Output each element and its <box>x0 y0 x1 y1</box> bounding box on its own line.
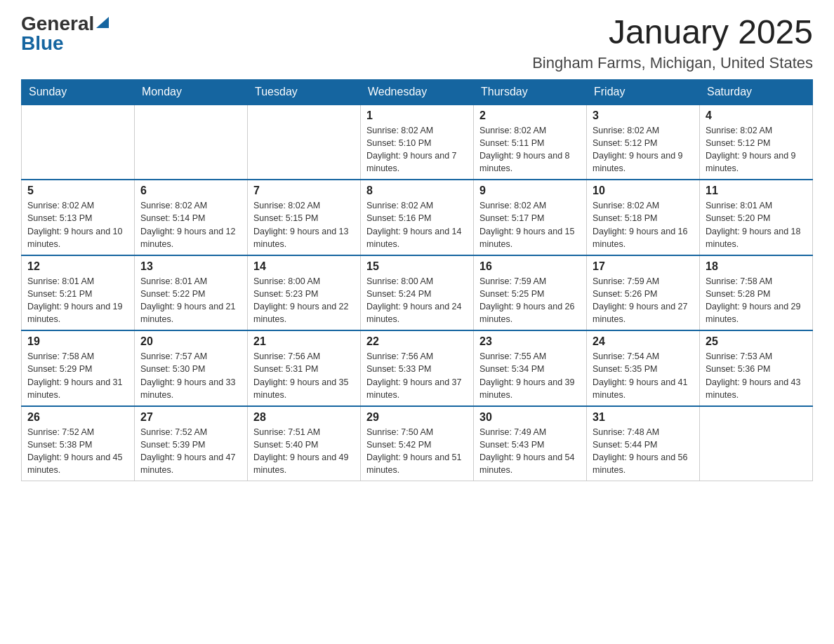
logo-blue: Blue <box>21 34 64 53</box>
day-info: Sunrise: 8:02 AMSunset: 5:14 PMDaylight:… <box>140 199 241 250</box>
day-info: Sunrise: 7:58 AMSunset: 5:28 PMDaylight:… <box>706 275 807 326</box>
col-thursday: Thursday <box>474 79 587 105</box>
day-number: 20 <box>140 335 241 348</box>
table-row: 23Sunrise: 7:55 AMSunset: 5:34 PMDayligh… <box>474 330 587 406</box>
table-row: 7Sunrise: 8:02 AMSunset: 5:15 PMDaylight… <box>248 180 361 255</box>
day-number: 8 <box>366 185 468 197</box>
col-wednesday: Wednesday <box>361 79 474 105</box>
day-number: 7 <box>253 185 355 197</box>
day-info: Sunrise: 7:58 AMSunset: 5:29 PMDaylight:… <box>27 350 128 401</box>
title-block: January 2025 Bingham Farms, Michigan, Un… <box>532 14 813 72</box>
day-info: Sunrise: 7:56 AMSunset: 5:31 PMDaylight:… <box>253 350 355 401</box>
table-row: 20Sunrise: 7:57 AMSunset: 5:30 PMDayligh… <box>135 330 248 406</box>
day-number: 27 <box>140 411 241 424</box>
day-number: 15 <box>366 260 468 273</box>
day-info: Sunrise: 8:02 AMSunset: 5:12 PMDaylight:… <box>593 124 694 175</box>
day-info: Sunrise: 8:02 AMSunset: 5:13 PMDaylight:… <box>27 199 128 250</box>
day-number: 26 <box>27 411 128 424</box>
table-row: 10Sunrise: 8:02 AMSunset: 5:18 PMDayligh… <box>587 180 700 255</box>
table-row: 14Sunrise: 8:00 AMSunset: 5:23 PMDayligh… <box>248 255 361 331</box>
calendar-table: Sunday Monday Tuesday Wednesday Thursday… <box>21 79 813 482</box>
col-sunday: Sunday <box>22 79 135 105</box>
table-row <box>700 406 813 481</box>
day-info: Sunrise: 7:48 AMSunset: 5:44 PMDaylight:… <box>593 426 694 477</box>
day-info: Sunrise: 7:59 AMSunset: 5:25 PMDaylight:… <box>479 275 581 326</box>
table-row: 12Sunrise: 8:01 AMSunset: 5:21 PMDayligh… <box>22 255 135 331</box>
table-row: 2Sunrise: 8:02 AMSunset: 5:11 PMDaylight… <box>474 105 587 180</box>
day-info: Sunrise: 7:57 AMSunset: 5:30 PMDaylight:… <box>140 350 241 401</box>
day-info: Sunrise: 7:50 AMSunset: 5:42 PMDaylight:… <box>366 426 468 477</box>
col-tuesday: Tuesday <box>248 79 361 105</box>
day-number: 21 <box>253 335 355 348</box>
day-info: Sunrise: 7:49 AMSunset: 5:43 PMDaylight:… <box>479 426 581 477</box>
day-info: Sunrise: 8:01 AMSunset: 5:20 PMDaylight:… <box>706 199 807 250</box>
day-number: 14 <box>253 260 355 273</box>
page-header: General Blue January 2025 Bingham Farms,… <box>21 14 813 72</box>
day-number: 2 <box>479 109 581 122</box>
day-number: 4 <box>706 109 807 122</box>
logo-triangle-icon <box>96 17 109 28</box>
day-info: Sunrise: 8:02 AMSunset: 5:16 PMDaylight:… <box>366 199 468 250</box>
day-number: 28 <box>253 411 355 424</box>
table-row: 28Sunrise: 7:51 AMSunset: 5:40 PMDayligh… <box>248 406 361 481</box>
day-info: Sunrise: 8:02 AMSunset: 5:17 PMDaylight:… <box>479 199 581 250</box>
calendar-week-row: 19Sunrise: 7:58 AMSunset: 5:29 PMDayligh… <box>22 330 813 406</box>
table-row: 26Sunrise: 7:52 AMSunset: 5:38 PMDayligh… <box>22 406 135 481</box>
table-row: 21Sunrise: 7:56 AMSunset: 5:31 PMDayligh… <box>248 330 361 406</box>
day-info: Sunrise: 7:56 AMSunset: 5:33 PMDaylight:… <box>366 350 468 401</box>
table-row <box>135 105 248 180</box>
day-info: Sunrise: 8:02 AMSunset: 5:11 PMDaylight:… <box>479 124 581 175</box>
col-monday: Monday <box>135 79 248 105</box>
table-row: 5Sunrise: 8:02 AMSunset: 5:13 PMDaylight… <box>22 180 135 255</box>
day-number: 18 <box>706 260 807 273</box>
day-number: 13 <box>140 260 241 273</box>
day-number: 6 <box>140 185 241 197</box>
day-info: Sunrise: 8:02 AMSunset: 5:18 PMDaylight:… <box>593 199 694 250</box>
table-row: 18Sunrise: 7:58 AMSunset: 5:28 PMDayligh… <box>700 255 813 331</box>
day-number: 1 <box>366 109 468 122</box>
col-saturday: Saturday <box>700 79 813 105</box>
day-info: Sunrise: 7:52 AMSunset: 5:38 PMDaylight:… <box>27 426 128 477</box>
svg-marker-0 <box>96 17 109 28</box>
table-row: 29Sunrise: 7:50 AMSunset: 5:42 PMDayligh… <box>361 406 474 481</box>
day-number: 25 <box>706 335 807 348</box>
calendar-header-row: Sunday Monday Tuesday Wednesday Thursday… <box>22 79 813 105</box>
col-friday: Friday <box>587 79 700 105</box>
day-info: Sunrise: 7:54 AMSunset: 5:35 PMDaylight:… <box>593 350 694 401</box>
day-number: 24 <box>593 335 694 348</box>
day-info: Sunrise: 8:00 AMSunset: 5:23 PMDaylight:… <box>253 275 355 326</box>
day-number: 16 <box>479 260 581 273</box>
day-info: Sunrise: 8:00 AMSunset: 5:24 PMDaylight:… <box>366 275 468 326</box>
day-number: 22 <box>366 335 468 348</box>
table-row: 27Sunrise: 7:52 AMSunset: 5:39 PMDayligh… <box>135 406 248 481</box>
day-info: Sunrise: 7:55 AMSunset: 5:34 PMDaylight:… <box>479 350 581 401</box>
day-number: 9 <box>479 185 581 197</box>
table-row: 25Sunrise: 7:53 AMSunset: 5:36 PMDayligh… <box>700 330 813 406</box>
table-row: 1Sunrise: 8:02 AMSunset: 5:10 PMDaylight… <box>361 105 474 180</box>
day-info: Sunrise: 8:02 AMSunset: 5:10 PMDaylight:… <box>366 124 468 175</box>
table-row: 11Sunrise: 8:01 AMSunset: 5:20 PMDayligh… <box>700 180 813 255</box>
logo: General Blue <box>21 14 109 53</box>
calendar-week-row: 26Sunrise: 7:52 AMSunset: 5:38 PMDayligh… <box>22 406 813 481</box>
table-row: 22Sunrise: 7:56 AMSunset: 5:33 PMDayligh… <box>361 330 474 406</box>
day-number: 11 <box>706 185 807 197</box>
table-row: 24Sunrise: 7:54 AMSunset: 5:35 PMDayligh… <box>587 330 700 406</box>
day-info: Sunrise: 7:59 AMSunset: 5:26 PMDaylight:… <box>593 275 694 326</box>
calendar-week-row: 12Sunrise: 8:01 AMSunset: 5:21 PMDayligh… <box>22 255 813 331</box>
table-row: 4Sunrise: 8:02 AMSunset: 5:12 PMDaylight… <box>700 105 813 180</box>
day-number: 30 <box>479 411 581 424</box>
calendar-week-row: 1Sunrise: 8:02 AMSunset: 5:10 PMDaylight… <box>22 105 813 180</box>
table-row <box>22 105 135 180</box>
table-row: 6Sunrise: 8:02 AMSunset: 5:14 PMDaylight… <box>135 180 248 255</box>
month-title: January 2025 <box>532 14 813 51</box>
day-info: Sunrise: 8:02 AMSunset: 5:12 PMDaylight:… <box>706 124 807 175</box>
day-info: Sunrise: 7:52 AMSunset: 5:39 PMDaylight:… <box>140 426 241 477</box>
table-row: 19Sunrise: 7:58 AMSunset: 5:29 PMDayligh… <box>22 330 135 406</box>
day-number: 29 <box>366 411 468 424</box>
day-number: 23 <box>479 335 581 348</box>
day-info: Sunrise: 7:51 AMSunset: 5:40 PMDaylight:… <box>253 426 355 477</box>
table-row: 13Sunrise: 8:01 AMSunset: 5:22 PMDayligh… <box>135 255 248 331</box>
location-title: Bingham Farms, Michigan, United States <box>532 54 813 72</box>
table-row <box>248 105 361 180</box>
day-info: Sunrise: 8:01 AMSunset: 5:22 PMDaylight:… <box>140 275 241 326</box>
